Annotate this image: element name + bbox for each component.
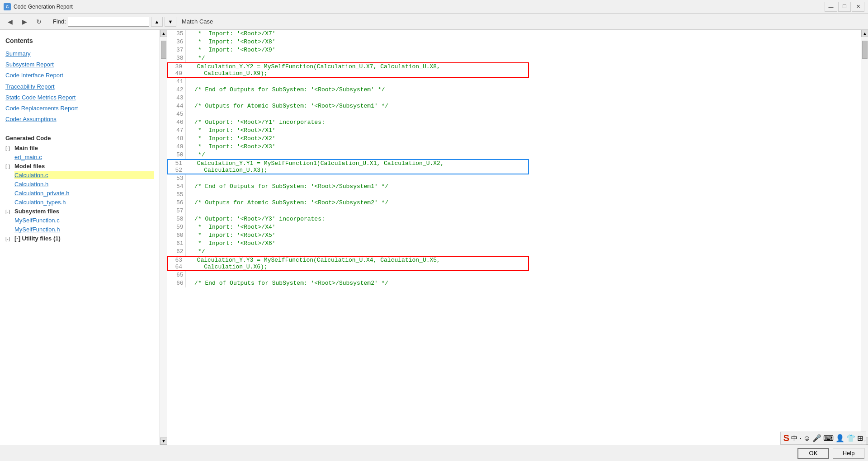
calculation-h-link[interactable]: Calculation.h [14, 181, 48, 188]
right-scroll-track[interactable] [861, 37, 868, 437]
contents-heading: Contents [5, 37, 154, 44]
window-title: Code Generation Report [14, 4, 73, 10]
find-input[interactable] [68, 17, 149, 27]
code-row: 50 */ [167, 151, 861, 159]
find-down-button[interactable]: ▼ [165, 17, 176, 27]
code-content: */ [185, 248, 861, 256]
utility-files-item[interactable]: [-] [-] Utility files (1) [5, 235, 154, 242]
line-number: 53 [167, 174, 185, 183]
code-row: 48 * Inport: '<Root>/X2' [167, 135, 861, 143]
refresh-button[interactable]: ↻ [33, 16, 45, 28]
collapse-icon-model[interactable]: [-] [5, 164, 13, 169]
app-icon: C [4, 3, 11, 10]
right-scroll-up[interactable]: ▲ [861, 30, 868, 37]
collapse-icon-utility[interactable]: [-] [5, 236, 13, 241]
code-row: 43 [167, 94, 861, 102]
code-content: * Inport: '<Root>/X8' [185, 38, 861, 46]
code-row: 49 * Inport: '<Root>/X3' [167, 143, 861, 151]
code-row: 47 * Inport: '<Root>/X1' [167, 127, 861, 135]
find-up-button[interactable]: ▲ [151, 17, 163, 27]
code-row: 37 * Inport: '<Root>/X9' [167, 46, 861, 54]
calculation-private-h-link[interactable]: Calculation_private.h [14, 190, 69, 197]
main-file-heading: Main file [14, 145, 38, 151]
code-row: 46 /* Outport: '<Root>/Y1' incorporates: [167, 118, 861, 127]
red-highlight-group: 63 Calculation_Y.Y3 = MySelfFunction(Cal… [167, 256, 861, 271]
code-content: /* End of Outputs for SubSystem: '<Root>… [185, 183, 861, 191]
calculation-h-item[interactable]: Calculation.h [14, 180, 154, 188]
code-row: 55 [167, 191, 861, 199]
main-layout: Contents Summary Subsystem Report Code I… [0, 30, 868, 445]
code-content: * Inport: '<Root>/X1' [185, 127, 861, 135]
left-scroll-up[interactable]: ▲ [160, 30, 167, 37]
code-content [185, 94, 861, 102]
nav-subsystem-report[interactable]: Subsystem Report [5, 61, 154, 69]
code-content: * Inport: '<Root>/X7' [185, 30, 861, 38]
myselffunction-c-item[interactable]: MySelfFunction.c [14, 216, 154, 224]
code-content: * Inport: '<Root>/X2' [185, 135, 861, 143]
ime-icon-shirt: 👕 [846, 434, 855, 442]
nav-code-replacements[interactable]: Code Replacements Report [5, 104, 154, 113]
code-content: /* Outputs for Atomic SubSystem: '<Root>… [185, 102, 861, 110]
forward-button[interactable]: ▶ [18, 16, 31, 28]
nav-summary[interactable]: Summary [5, 50, 154, 58]
code-content: * Inport: '<Root>/X4' [185, 223, 861, 231]
calculation-c-link[interactable]: Calculation.c [14, 172, 48, 179]
myselffunction-c-link[interactable]: MySelfFunction.c [14, 217, 60, 224]
ert-main-link[interactable]: ert_main.c [14, 154, 42, 160]
right-scrollbar[interactable]: ▲ ▼ [861, 30, 868, 445]
left-scrollbar[interactable]: ▲ ▼ [160, 30, 167, 445]
left-scroll-down[interactable]: ▼ [160, 437, 167, 445]
code-content: * Inport: '<Root>/X6' [185, 240, 861, 248]
calculation-types-h-link[interactable]: Calculation_types.h [14, 199, 66, 206]
code-row: 54 /* End of Outputs for SubSystem: '<Ro… [167, 183, 861, 191]
calculation-private-h-item[interactable]: Calculation_private.h [14, 189, 154, 197]
code-area[interactable]: 35 * Inport: '<Root>/X7'36 * Inport: '<R… [167, 30, 861, 445]
subsystem-files-tree-item: [-] Subsystem files [5, 207, 154, 215]
window-controls[interactable]: — ☐ ✕ [825, 2, 864, 12]
code-row: 38 */ [167, 54, 861, 62]
calculation-c-item[interactable]: Calculation.c [14, 171, 154, 179]
line-number: 55 [167, 191, 185, 199]
nav-traceability[interactable]: Traceability Report [5, 83, 154, 91]
code-content [185, 207, 861, 215]
section-separator-1 [5, 129, 154, 129]
ime-icon-cn: 中 [791, 434, 797, 442]
ime-icon-grid: ⊞ [857, 434, 863, 442]
code-content [185, 110, 861, 118]
calculation-types-h-item[interactable]: Calculation_types.h [14, 198, 154, 206]
code-row: 56 /* Outputs for Atomic SubSystem: '<Ro… [167, 199, 861, 207]
nav-code-interface[interactable]: Code Interface Report [5, 71, 154, 80]
subsystem-files-indent: MySelfFunction.c MySelfFunction.h [14, 216, 154, 233]
back-button[interactable]: ◀ [4, 16, 16, 28]
left-panel-container: Contents Summary Subsystem Report Code I… [0, 30, 167, 445]
generated-code-heading: Generated Code [5, 135, 154, 141]
nav-coder-assumptions[interactable]: Coder Assumptions [5, 115, 154, 123]
right-scroll-thumb[interactable] [862, 41, 868, 59]
left-scroll-thumb[interactable] [161, 41, 166, 59]
maximize-button[interactable]: ☐ [838, 2, 851, 12]
left-scroll-track[interactable] [160, 37, 167, 437]
code-content: /* End of Outputs for SubSystem: '<Root>… [185, 279, 861, 287]
code-row: 44 /* Outputs for Atomic SubSystem: '<Ro… [167, 102, 861, 110]
ime-icon-s: S [783, 433, 789, 443]
ert-main-item[interactable]: ert_main.c [14, 153, 154, 161]
myselffunction-h-item[interactable]: MySelfFunction.h [14, 226, 154, 233]
line-number: 46 [167, 118, 185, 127]
myselffunction-h-link[interactable]: MySelfFunction.h [14, 226, 60, 233]
line-number: 45 [167, 110, 185, 118]
code-content: */ [185, 151, 861, 159]
match-case-label: Match Case [182, 18, 213, 25]
line-number: 44 [167, 102, 185, 110]
toolbar-separator [49, 17, 49, 26]
minimize-button[interactable]: — [825, 2, 837, 12]
code-content [185, 191, 861, 199]
collapse-icon-subsystem[interactable]: [-] [5, 209, 13, 214]
line-number: 59 [167, 223, 185, 231]
main-files-indent: ert_main.c [14, 153, 154, 161]
close-button[interactable]: ✕ [852, 2, 864, 12]
model-files-indent: Calculation.c Calculation.h Calculation_… [14, 171, 154, 206]
collapse-icon-main[interactable]: [-] [5, 146, 13, 151]
nav-static-code-metrics[interactable]: Static Code Metrics Report [5, 94, 154, 102]
line-number: 43 [167, 94, 185, 102]
right-panel: 35 * Inport: '<Root>/X7'36 * Inport: '<R… [167, 30, 868, 445]
